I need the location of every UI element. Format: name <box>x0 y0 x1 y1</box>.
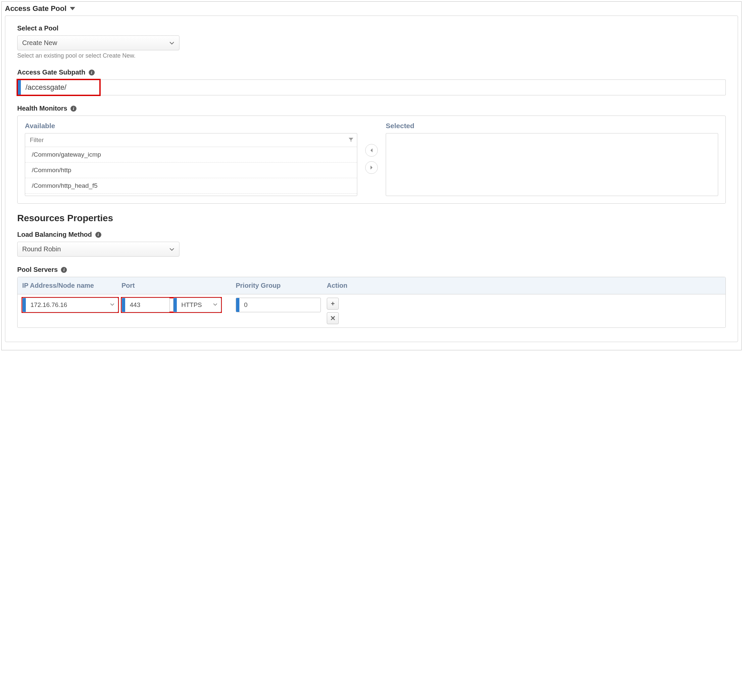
info-icon[interactable]: i <box>61 267 67 273</box>
lb-label: Load Balancing Method i <box>17 231 726 238</box>
selected-label: Selected <box>386 122 718 130</box>
available-filter-input[interactable] <box>29 136 353 144</box>
table-row: HTTPS <box>18 295 725 327</box>
subpath-highlight <box>17 80 100 95</box>
health-monitors-label-text: Health Monitors <box>17 105 67 112</box>
ip-combo[interactable] <box>22 298 118 312</box>
move-left-button[interactable] <box>365 144 378 157</box>
col-port: Port <box>121 282 236 289</box>
cell-ip <box>22 298 121 312</box>
chevron-down-icon <box>169 40 175 46</box>
cell-action: + ✕ <box>327 298 721 324</box>
available-filter-row <box>25 133 357 147</box>
resources-title: Resources Properties <box>17 213 726 223</box>
health-monitors-label: Health Monitors i <box>17 105 726 112</box>
remove-row-button[interactable]: ✕ <box>327 312 339 324</box>
chevron-down-icon <box>169 247 175 252</box>
selected-column: Selected <box>386 122 718 196</box>
cell-priority <box>236 298 327 312</box>
available-items[interactable]: /Common/gateway_icmp /Common/http /Commo… <box>25 147 357 196</box>
selected-listbox[interactable] <box>386 133 718 196</box>
required-bar-icon <box>22 298 26 312</box>
required-bar-icon <box>122 298 125 312</box>
move-right-button[interactable] <box>365 161 378 174</box>
lb-value: Round Robin <box>22 246 61 253</box>
port-number-input[interactable] <box>125 298 170 312</box>
col-ip: IP Address/Node name <box>22 282 121 289</box>
list-item[interactable]: /Common/gateway_icmp <box>25 147 357 163</box>
priority-input-wrap <box>236 298 321 312</box>
list-item[interactable]: /Common/http <box>25 163 357 178</box>
close-icon: ✕ <box>330 314 336 322</box>
subpath-label: Access Gate Subpath i <box>17 68 726 76</box>
cell-port: HTTPS <box>121 298 236 312</box>
col-priority: Priority Group <box>236 282 327 289</box>
list-item[interactable]: . <box>25 194 357 196</box>
filter-icon[interactable] <box>348 137 354 144</box>
add-row-button[interactable]: + <box>327 298 339 309</box>
lb-dropdown[interactable]: Round Robin <box>17 242 179 257</box>
lb-label-text: Load Balancing Method <box>17 231 92 238</box>
port-protocol-dropdown[interactable]: HTTPS <box>173 298 222 312</box>
subpath-label-text: Access Gate Subpath <box>17 68 86 76</box>
info-icon[interactable]: i <box>71 106 77 112</box>
chevron-down-icon <box>213 302 218 308</box>
required-bar-icon <box>173 298 177 312</box>
pool-servers-table: IP Address/Node name Port Priority Group… <box>17 277 726 328</box>
subpath-input-remainder[interactable] <box>100 80 726 95</box>
chevron-down-icon <box>110 302 115 308</box>
health-monitors-block: Health Monitors i Available /Comm <box>17 105 726 204</box>
lb-block: Load Balancing Method i Round Robin <box>17 231 726 257</box>
caret-down-icon <box>70 7 75 10</box>
subpath-block: Access Gate Subpath i <box>17 68 726 95</box>
pool-servers-label-text: Pool Servers <box>17 266 58 274</box>
ip-input[interactable] <box>26 298 118 312</box>
table-header: IP Address/Node name Port Priority Group… <box>18 277 725 295</box>
subpath-input-row <box>17 80 726 95</box>
outer-panel: Access Gate Pool Select a Pool Create Ne… <box>1 1 742 350</box>
required-bar-icon <box>236 298 240 312</box>
col-action: Action <box>327 282 721 289</box>
section-title-text: Access Gate Pool <box>5 4 67 13</box>
select-pool-label: Select a Pool <box>17 25 726 32</box>
pool-servers-label: Pool Servers i <box>17 266 726 274</box>
available-label: Available <box>25 122 357 130</box>
port-number-input-wrap <box>121 298 170 312</box>
transfer-buttons <box>365 144 378 174</box>
info-icon[interactable]: i <box>95 232 101 238</box>
priority-input[interactable] <box>240 298 321 312</box>
select-pool-dropdown[interactable]: Create New <box>17 36 179 50</box>
section-header[interactable]: Access Gate Pool <box>5 4 738 13</box>
plus-icon: + <box>331 300 335 308</box>
required-bar-icon <box>18 80 21 95</box>
select-pool-block: Select a Pool Create New Select an exist… <box>17 25 726 59</box>
pool-servers-block: Pool Servers i IP Address/Node name Port… <box>17 266 726 328</box>
available-listbox: /Common/gateway_icmp /Common/http /Commo… <box>25 133 357 196</box>
available-column: Available /Common/gateway_icmp /Common/h… <box>25 122 357 196</box>
info-icon[interactable]: i <box>89 70 95 75</box>
select-pool-help: Select an existing pool or select Create… <box>17 52 726 59</box>
dual-list-panel: Available /Common/gateway_icmp /Common/h… <box>17 115 726 204</box>
subpath-input[interactable] <box>21 80 100 95</box>
list-item[interactable]: /Common/http_head_f5 <box>25 178 357 194</box>
config-panel: Select a Pool Create New Select an exist… <box>5 16 738 342</box>
select-pool-value: Create New <box>22 39 57 47</box>
